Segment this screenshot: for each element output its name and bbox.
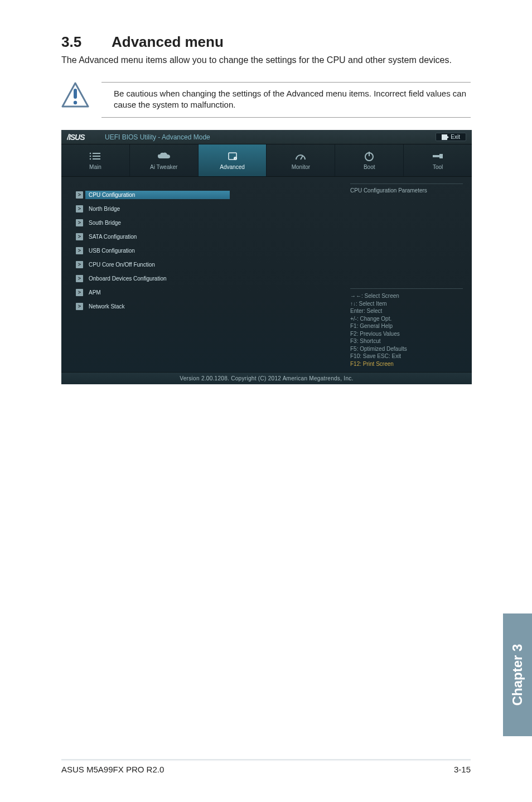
tab-ai-tweaker[interactable]: Ai Tweaker xyxy=(130,144,199,176)
footer-right: 3-15 xyxy=(454,765,471,774)
svg-point-6 xyxy=(90,156,91,157)
menu-network-stack[interactable]: >Network Stack xyxy=(76,299,344,313)
asus-logo: /ISUS xyxy=(67,133,100,141)
tab-label: Monitor xyxy=(292,164,310,170)
menu-label: South Bridge xyxy=(85,219,124,227)
tab-label: Main xyxy=(89,164,101,170)
tab-advanced[interactable]: i Advanced xyxy=(199,144,267,176)
svg-rect-17 xyxy=(439,154,443,158)
tab-label: Tool xyxy=(433,164,443,170)
bios-title: UEFI BIOS Utility - Advanced Mode xyxy=(105,133,210,141)
svg-point-8 xyxy=(90,158,91,160)
chapter-tab: Chapter 3 xyxy=(503,613,532,736)
caution-block: Be cautious when changing the settings o… xyxy=(61,82,471,118)
exit-label: Exit xyxy=(451,134,460,140)
menu-label: Onboard Devices Configuration xyxy=(85,274,170,283)
menu-north-bridge[interactable]: >North Bridge xyxy=(76,202,344,215)
help-key-line: F10: Save ESC: Exit xyxy=(350,352,463,360)
cloud-icon xyxy=(157,151,171,162)
tab-label: Boot xyxy=(364,164,375,170)
bios-footer: Version 2.00.1208. Copyright (C) 2012 Am… xyxy=(61,372,472,384)
help-key-line: Enter: Select xyxy=(350,307,463,315)
menu-label: APM xyxy=(85,288,104,297)
footer-left: ASUS M5A99FX PRO R2.0 xyxy=(61,765,164,774)
svg-point-4 xyxy=(90,153,91,154)
menu-sata-configuration[interactable]: >SATA Configuration xyxy=(76,230,344,243)
help-key-line: F3: Shortcut xyxy=(350,337,463,345)
bios-tabs: Main Ai Tweaker i Advanced Monitor xyxy=(61,144,472,177)
section-number: 3.5 xyxy=(61,33,112,51)
svg-rect-7 xyxy=(93,156,100,157)
gauge-icon xyxy=(294,151,307,162)
power-icon xyxy=(364,151,375,162)
menu-apm[interactable]: >APM xyxy=(76,286,344,299)
chevron-right-icon: > xyxy=(76,219,83,226)
menu-usb-configuration[interactable]: >USB Configuration xyxy=(76,244,344,257)
svg-line-13 xyxy=(301,156,303,160)
chevron-right-icon: > xyxy=(76,261,83,268)
menu-label: SATA Configuration xyxy=(85,233,140,241)
bios-titlebar: /ISUS UEFI BIOS Utility - Advanced Mode … xyxy=(61,130,472,144)
help-key-line: F2: Previous Values xyxy=(350,330,463,338)
section-heading: 3.5Advanced menu xyxy=(61,33,471,51)
chapter-tab-label: Chapter 3 xyxy=(510,644,525,706)
help-key-line: →←: Select Screen xyxy=(350,292,463,300)
svg-text:i: i xyxy=(235,157,235,160)
tab-label: Advanced xyxy=(220,164,244,170)
tab-main[interactable]: Main xyxy=(61,144,130,176)
chevron-right-icon: > xyxy=(76,289,83,296)
chip-icon: i xyxy=(226,151,239,162)
svg-rect-9 xyxy=(93,158,100,160)
chevron-right-icon: > xyxy=(76,303,83,310)
svg-rect-5 xyxy=(93,153,100,154)
svg-rect-16 xyxy=(433,155,441,157)
exit-icon xyxy=(442,134,447,140)
chevron-right-icon: > xyxy=(76,233,83,240)
page-footer: ASUS M5A99FX PRO R2.0 3-15 xyxy=(61,761,471,774)
menu-cpu-configuration[interactable]: >CPU Configuration xyxy=(76,188,344,201)
svg-point-2 xyxy=(74,100,77,104)
bios-screenshot: /ISUS UEFI BIOS Utility - Advanced Mode … xyxy=(61,130,472,384)
list-icon xyxy=(89,151,101,162)
menu-label: CPU Core On/Off Function xyxy=(85,260,158,269)
bios-menu-list: >CPU Configuration >North Bridge >South … xyxy=(61,177,344,372)
menu-label: Network Stack xyxy=(85,302,128,311)
chevron-right-icon: > xyxy=(76,191,83,199)
menu-south-bridge[interactable]: >South Bridge xyxy=(76,216,344,229)
caution-icon xyxy=(61,82,89,108)
menu-label: North Bridge xyxy=(85,205,123,213)
bios-help-panel: CPU Configuration Parameters →←: Select … xyxy=(344,177,472,372)
help-key-line: F5: Optimized Defaults xyxy=(350,345,463,353)
help-key-line: +/-: Change Opt. xyxy=(350,315,463,323)
tool-icon xyxy=(432,151,444,162)
chevron-right-icon: > xyxy=(76,247,83,254)
svg-rect-1 xyxy=(74,89,77,99)
menu-label: CPU Configuration xyxy=(85,191,230,199)
menu-cpu-core-onoff[interactable]: >CPU Core On/Off Function xyxy=(76,258,344,271)
svg-text:/ISUS: /ISUS xyxy=(67,133,85,141)
section-title-text: Advanced menu xyxy=(112,33,224,50)
intro-text: The Advanced menu items allow you to cha… xyxy=(61,54,471,66)
caution-text: Be cautious when changing the settings o… xyxy=(101,82,471,118)
tab-boot[interactable]: Boot xyxy=(335,144,404,176)
help-key-line: F1: General Help xyxy=(350,322,463,330)
tab-tool[interactable]: Tool xyxy=(404,144,472,176)
tab-monitor[interactable]: Monitor xyxy=(267,144,335,176)
help-keys: →←: Select Screen ↑↓: Select Item Enter:… xyxy=(350,288,463,368)
chevron-right-icon: > xyxy=(76,275,83,282)
tab-label: Ai Tweaker xyxy=(150,164,177,170)
help-title: CPU Configuration Parameters xyxy=(350,183,463,194)
help-key-line: ↑↓: Select Item xyxy=(350,300,463,308)
chevron-right-icon: > xyxy=(76,205,83,212)
menu-onboard-devices[interactable]: >Onboard Devices Configuration xyxy=(76,272,344,285)
help-key-line: F12: Print Screen xyxy=(350,360,463,368)
menu-label: USB Configuration xyxy=(85,247,138,255)
exit-button[interactable]: Exit xyxy=(436,133,466,141)
